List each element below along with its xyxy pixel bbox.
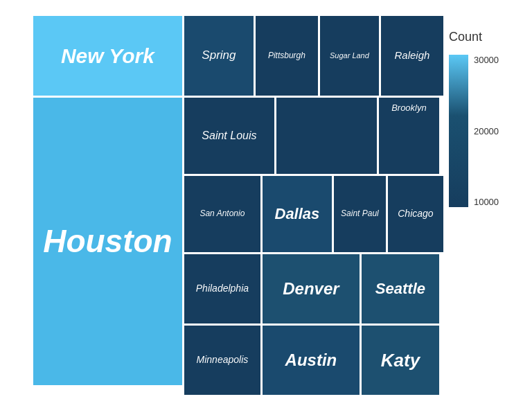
cell-dallas: Dallas — [263, 176, 332, 252]
cell-houston: Houston — [33, 98, 182, 385]
cell-empty — [276, 98, 377, 174]
treemap: New York Houston Spring Pittsburgh Sugar… — [33, 16, 435, 383]
legend-value-top: 30000 — [474, 55, 499, 65]
cell-pittsburgh: Pittsburgh — [256, 16, 318, 96]
legend-bar-container: 30000 20000 10000 — [449, 55, 499, 207]
cell-sanantonio: San Antonio — [184, 176, 260, 252]
legend-value-middle: 20000 — [474, 126, 499, 136]
right-row-4: Philadelphia Denver Seattle — [184, 254, 443, 323]
cell-katy: Katy — [362, 326, 439, 395]
chart-container: New York Houston Spring Pittsburgh Sugar… — [26, 9, 506, 390]
legend-labels: 30000 20000 10000 — [474, 55, 499, 207]
cell-austin: Austin — [263, 326, 360, 395]
cell-spring: Spring — [184, 16, 254, 96]
right-row-5: Minneapolis Austin Katy — [184, 326, 443, 395]
cell-sugarland: Sugar Land — [320, 16, 379, 96]
legend-color-bar — [449, 55, 468, 207]
cell-seattle: Seattle — [362, 254, 439, 323]
right-row-2: Saint Louis Brooklyn — [184, 98, 443, 174]
cell-brooklyn: Brooklyn — [379, 98, 439, 174]
cell-saintlouis: Saint Louis — [184, 98, 274, 174]
legend-title: Count — [449, 30, 482, 44]
cell-raleigh: Raleigh — [381, 16, 443, 96]
right-row-3: San Antonio Dallas Saint Paul Chicago — [184, 176, 443, 252]
cell-newyork: New York — [33, 16, 182, 96]
cell-denver: Denver — [263, 254, 360, 323]
cell-saintpaul: Saint Paul — [334, 176, 386, 252]
right-row-1: Spring Pittsburgh Sugar Land Raleigh — [184, 16, 443, 96]
cell-chicago: Chicago — [388, 176, 443, 252]
left-column: New York Houston — [33, 16, 182, 395]
right-column: Spring Pittsburgh Sugar Land Raleigh Sai… — [184, 16, 437, 395]
legend-value-bottom: 10000 — [474, 197, 499, 207]
cell-minneapolis: Minneapolis — [184, 326, 260, 395]
legend: Count 30000 20000 10000 — [449, 16, 499, 207]
cell-philadelphia: Philadelphia — [184, 254, 260, 323]
